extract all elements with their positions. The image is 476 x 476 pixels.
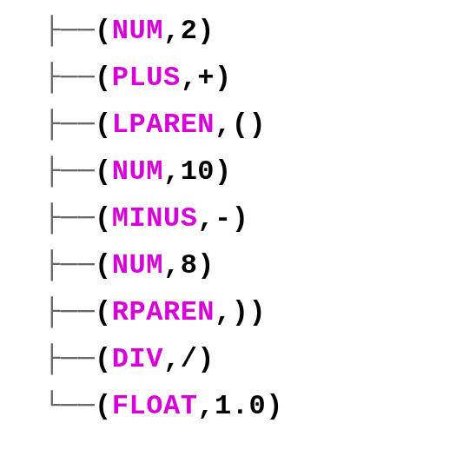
token-row: ├── ( PLUS , + ): [43, 64, 476, 92]
comma: ,: [197, 393, 215, 420]
close-paren: ): [232, 205, 249, 233]
comma: ,: [215, 111, 232, 139]
tree-branch-icon: ├──: [43, 17, 95, 45]
token-type: FLOAT: [112, 393, 198, 420]
comma: ,: [163, 346, 181, 374]
token-value: 1.0: [215, 393, 266, 420]
token-type: MINUS: [112, 205, 198, 233]
close-paren: ): [197, 346, 215, 374]
close-paren: ): [248, 299, 266, 327]
token-type: NUM: [112, 252, 163, 280]
token-value: 10: [181, 158, 215, 186]
token-value: 2: [181, 17, 198, 45]
comma: ,: [215, 299, 232, 327]
token-value: ): [232, 299, 249, 327]
token-row: ├── ( DIV , / ): [43, 346, 476, 374]
token-value: -: [215, 205, 232, 233]
token-row: ├── ( MINUS , - ): [43, 205, 476, 233]
token-row: ├── ( NUM , 8 ): [43, 252, 476, 280]
token-value: +: [197, 64, 215, 92]
token-type: NUM: [112, 17, 163, 45]
tree-branch-icon: ├──: [43, 158, 95, 186]
token-type: LPAREN: [112, 111, 215, 139]
comma: ,: [197, 205, 215, 233]
open-paren: (: [95, 205, 112, 233]
comma: ,: [163, 17, 181, 45]
tree-branch-icon: ├──: [43, 205, 95, 233]
open-paren: (: [95, 17, 112, 45]
tree-branch-icon: └──: [43, 393, 95, 420]
open-paren: (: [95, 393, 112, 420]
tree-branch-icon: ├──: [43, 299, 95, 327]
token-row: ├── ( NUM , 10 ): [43, 158, 476, 186]
close-paren: ): [197, 252, 215, 280]
tree-branch-icon: ├──: [43, 64, 95, 92]
open-paren: (: [95, 111, 112, 139]
tree-branch-icon: ├──: [43, 252, 95, 280]
token-value: /: [181, 346, 198, 374]
comma: ,: [181, 64, 198, 92]
token-type: NUM: [112, 158, 163, 186]
token-value: 8: [181, 252, 198, 280]
token-type: RPAREN: [112, 299, 215, 327]
open-paren: (: [95, 346, 112, 374]
close-paren: ): [197, 17, 215, 45]
tree-branch-icon: ├──: [43, 111, 95, 139]
token-tree: ├── ( NUM , 2 ) ├── ( PLUS , + ) ├── ( L…: [0, 0, 476, 420]
open-paren: (: [95, 158, 112, 186]
token-type: DIV: [112, 346, 163, 374]
token-value: (: [232, 111, 249, 139]
open-paren: (: [95, 64, 112, 92]
token-row: ├── ( LPAREN , ( ): [43, 111, 476, 139]
open-paren: (: [95, 299, 112, 327]
comma: ,: [163, 252, 181, 280]
tree-branch-icon: ├──: [43, 346, 95, 374]
token-row: ├── ( RPAREN , ) ): [43, 299, 476, 327]
close-paren: ): [215, 158, 232, 186]
token-row: ├── ( NUM , 2 ): [43, 17, 476, 45]
open-paren: (: [95, 252, 112, 280]
close-paren: ): [215, 64, 232, 92]
comma: ,: [163, 158, 181, 186]
token-type: PLUS: [112, 64, 181, 92]
close-paren: ): [248, 111, 266, 139]
token-row: └── ( FLOAT , 1.0 ): [43, 393, 476, 420]
close-paren: ): [266, 393, 283, 420]
